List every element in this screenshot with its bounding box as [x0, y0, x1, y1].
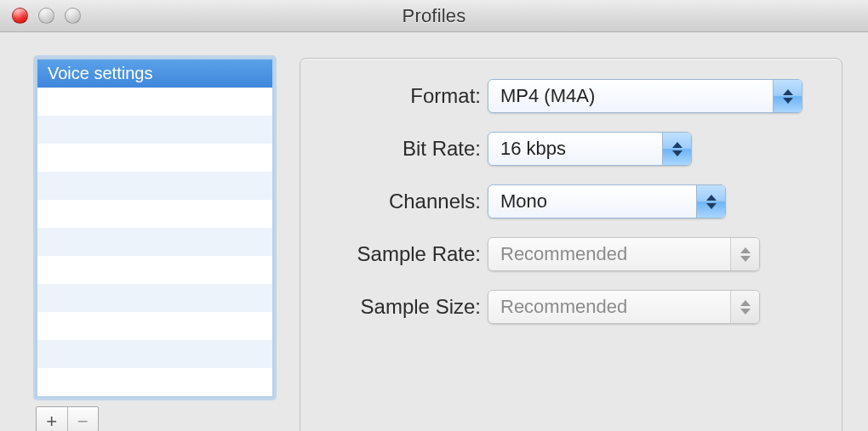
- samplerate-select: Recommended: [488, 237, 760, 271]
- zoom-button[interactable]: [65, 8, 81, 24]
- content-area: Voice settings + − Format: MP4 (M4A): [0, 32, 868, 431]
- chevron-updown-icon: [696, 185, 725, 218]
- format-select[interactable]: MP4 (M4A): [488, 79, 802, 113]
- format-value: MP4 (M4A): [488, 85, 773, 107]
- add-remove-group: + −: [36, 406, 99, 431]
- label-format: Format:: [309, 84, 488, 108]
- samplerate-value: Recommended: [488, 243, 730, 265]
- row-format: Format: MP4 (M4A): [309, 79, 816, 113]
- label-bitrate: Bit Rate:: [309, 137, 488, 161]
- channels-select[interactable]: Mono: [488, 184, 726, 218]
- window-titlebar: Profiles: [0, 0, 868, 32]
- list-row[interactable]: [37, 256, 272, 284]
- profile-settings-group: Format: MP4 (M4A) Bit Rate: 16 kbps Chan…: [300, 58, 842, 431]
- row-samplerate: Sample Rate: Recommended: [309, 237, 816, 271]
- list-row[interactable]: [37, 144, 272, 172]
- profile-item-voice-settings[interactable]: Voice settings: [37, 60, 272, 88]
- chevron-updown-icon: [730, 291, 759, 323]
- chevron-updown-icon: [773, 80, 802, 112]
- list-row[interactable]: [37, 116, 272, 144]
- list-row[interactable]: [37, 368, 272, 396]
- profiles-sidebar: Voice settings + −: [36, 58, 274, 431]
- row-channels: Channels: Mono: [309, 184, 816, 218]
- list-row[interactable]: [37, 228, 272, 256]
- remove-profile-button[interactable]: −: [68, 407, 99, 431]
- row-bitrate: Bit Rate: 16 kbps: [309, 132, 816, 166]
- list-row[interactable]: [37, 312, 272, 340]
- close-button[interactable]: [12, 8, 28, 24]
- label-samplesize: Sample Size:: [309, 295, 488, 319]
- profiles-list[interactable]: Voice settings: [36, 58, 274, 398]
- list-row[interactable]: [37, 284, 272, 312]
- window-title: Profiles: [403, 5, 466, 27]
- samplesize-value: Recommended: [488, 296, 730, 318]
- list-row[interactable]: [37, 88, 272, 116]
- add-profile-button[interactable]: +: [37, 407, 68, 431]
- chevron-updown-icon: [662, 133, 691, 165]
- list-row[interactable]: [37, 172, 272, 200]
- row-samplesize: Sample Size: Recommended: [309, 290, 816, 324]
- minimize-button[interactable]: [38, 8, 54, 24]
- traffic-lights: [12, 8, 81, 24]
- chevron-updown-icon: [730, 238, 759, 270]
- label-samplerate: Sample Rate:: [309, 242, 488, 266]
- channels-value: Mono: [488, 190, 696, 213]
- list-row[interactable]: [37, 340, 272, 368]
- label-channels: Channels:: [309, 190, 488, 213]
- bitrate-value: 16 kbps: [488, 138, 662, 160]
- samplesize-select: Recommended: [488, 290, 760, 324]
- list-row[interactable]: [37, 200, 272, 228]
- bitrate-select[interactable]: 16 kbps: [488, 132, 692, 166]
